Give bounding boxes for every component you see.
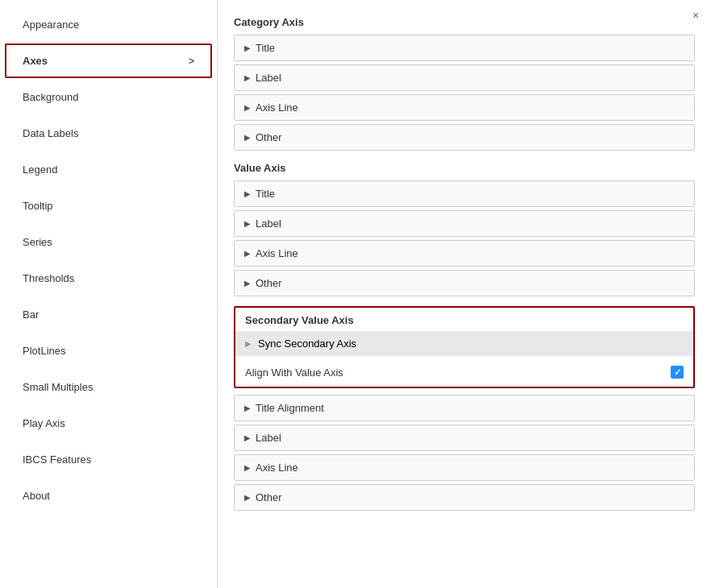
chevron-right-icon: ▶ <box>244 73 251 82</box>
sidebar-item-series[interactable]: Series <box>5 225 212 259</box>
sidebar-item-background[interactable]: Background <box>5 80 212 114</box>
chevron-right-icon: ▶ <box>244 433 251 442</box>
chevron-right-icon: ▶ <box>244 133 251 142</box>
secondary-axis-sub-items: ▶Title Alignment▶Label▶Axis Line▶Other <box>234 395 695 511</box>
collapsible-label: Title <box>256 188 275 200</box>
sidebar-item-label-plotlines: PlotLines <box>23 345 65 357</box>
dialog: × AppearanceAxes>BackgroundData LabelsLe… <box>0 0 711 588</box>
category-axis-title: Category Axis <box>234 16 695 28</box>
collapsible-header-other[interactable]: ▶Other <box>235 485 694 510</box>
collapsible-header-title[interactable]: ▶Title <box>235 35 694 60</box>
close-button[interactable]: × <box>688 8 703 23</box>
sidebar: AppearanceAxes>BackgroundData LabelsLege… <box>0 0 218 588</box>
collapsible-item-title[interactable]: ▶Title <box>234 35 695 61</box>
collapsible-header-title[interactable]: ▶Title <box>235 181 694 206</box>
collapsible-header-axis-line[interactable]: ▶Axis Line <box>235 455 694 480</box>
chevron-right-icon: ▶ <box>244 103 251 112</box>
collapsible-item-other[interactable]: ▶Other <box>234 270 695 296</box>
sidebar-item-label-axes: Axes <box>23 55 48 67</box>
collapsible-item-label[interactable]: ▶Label <box>234 64 695 91</box>
sidebar-item-data-labels[interactable]: Data Labels <box>5 116 212 151</box>
sidebar-item-tooltip[interactable]: Tooltip <box>5 188 212 223</box>
chevron-right-icon: ▶ <box>244 493 251 502</box>
sidebar-item-label-small-multiples: Small Multiples <box>23 381 93 393</box>
secondary-value-axis-section: Secondary Value Axis ▶ Sync Secondary Ax… <box>234 306 695 388</box>
collapsible-label: Other <box>256 491 282 503</box>
chevron-right-icon: ▶ <box>244 249 251 258</box>
collapsible-header-title-alignment[interactable]: ▶Title Alignment <box>235 395 694 420</box>
value-axis-title: Value Axis <box>234 162 695 174</box>
chevron-right-icon: ▶ <box>244 189 251 198</box>
sidebar-item-label-about: About <box>23 490 50 502</box>
sidebar-item-play-axis[interactable]: Play Axis <box>5 406 212 441</box>
collapsible-header-axis-line[interactable]: ▶Axis Line <box>235 241 694 266</box>
sync-chevron-icon: ▶ <box>245 339 252 348</box>
chevron-right-icon: ▶ <box>244 43 251 52</box>
collapsible-header-label[interactable]: ▶Label <box>235 425 694 450</box>
collapsible-header-other[interactable]: ▶Other <box>235 125 694 150</box>
collapsible-item-other[interactable]: ▶Other <box>234 124 695 151</box>
sync-secondary-axis-label: Sync Secondary Axis <box>258 337 356 350</box>
collapsible-item-other[interactable]: ▶Other <box>234 484 695 511</box>
align-with-value-axis-row: Align With Value Axis <box>235 358 693 387</box>
value-axis-items: ▶Title▶Label▶Axis Line▶Other <box>234 180 695 296</box>
chevron-right-icon: ▶ <box>244 219 251 228</box>
collapsible-header-axis-line[interactable]: ▶Axis Line <box>235 95 694 120</box>
collapsible-item-title[interactable]: ▶Title <box>234 180 695 207</box>
collapsible-item-label[interactable]: ▶Label <box>234 424 695 451</box>
chevron-right-icon: ▶ <box>244 279 251 288</box>
content-area: AppearanceAxes>BackgroundData LabelsLege… <box>0 0 711 588</box>
sidebar-item-label-thresholds: Thresholds <box>23 272 74 284</box>
collapsible-label: Label <box>256 432 281 444</box>
category-axis-items: ▶Title▶Label▶Axis Line▶Other <box>234 35 695 151</box>
sidebar-arrow-icon-axes: > <box>189 56 194 67</box>
sync-secondary-axis-row[interactable]: ▶ Sync Secondary Axis <box>235 331 693 356</box>
collapsible-label: Other <box>256 131 282 143</box>
collapsible-item-label[interactable]: ▶Label <box>234 210 695 237</box>
collapsible-label: Axis Line <box>256 247 298 259</box>
sidebar-item-label-data-labels: Data Labels <box>23 127 78 139</box>
sidebar-item-ibcs-features[interactable]: IBCS Features <box>5 442 212 477</box>
secondary-value-axis-title: Secondary Value Axis <box>235 308 693 331</box>
chevron-right-icon: ▶ <box>244 463 251 472</box>
collapsible-label: Title Alignment <box>256 402 324 414</box>
collapsible-item-axis-line[interactable]: ▶Axis Line <box>234 240 695 267</box>
collapsible-label: Label <box>256 217 281 230</box>
chevron-right-icon: ▶ <box>244 404 251 412</box>
collapsible-item-title-alignment[interactable]: ▶Title Alignment <box>234 395 695 421</box>
align-with-value-axis-label: Align With Value Axis <box>245 366 343 379</box>
sidebar-item-label-appearance: Appearance <box>23 19 79 31</box>
collapsible-item-axis-line[interactable]: ▶Axis Line <box>234 454 695 481</box>
sidebar-item-axes[interactable]: Axes> <box>5 43 212 78</box>
sidebar-item-label-ibcs-features: IBCS Features <box>23 453 91 466</box>
collapsible-header-label[interactable]: ▶Label <box>235 65 694 90</box>
collapsible-label: Axis Line <box>256 462 298 474</box>
sidebar-item-legend[interactable]: Legend <box>5 152 212 187</box>
collapsible-label: Title <box>256 42 275 54</box>
sidebar-item-label-bar: Bar <box>23 308 39 321</box>
main-panel: Category Axis ▶Title▶Label▶Axis Line▶Oth… <box>218 0 711 588</box>
align-with-value-axis-checkbox[interactable] <box>671 366 684 379</box>
sidebar-item-about[interactable]: About <box>5 478 212 513</box>
sidebar-item-label-series: Series <box>23 236 52 248</box>
sidebar-item-label-background: Background <box>23 91 78 103</box>
sidebar-item-thresholds[interactable]: Thresholds <box>5 261 212 296</box>
sidebar-item-label-legend: Legend <box>23 164 57 176</box>
sidebar-item-bar[interactable]: Bar <box>5 297 212 332</box>
sidebar-item-label-tooltip: Tooltip <box>23 200 53 212</box>
collapsible-item-axis-line[interactable]: ▶Axis Line <box>234 94 695 121</box>
sidebar-item-plotlines[interactable]: PlotLines <box>5 333 212 368</box>
collapsible-label: Axis Line <box>256 101 298 114</box>
sidebar-item-label-play-axis: Play Axis <box>23 417 65 429</box>
collapsible-header-other[interactable]: ▶Other <box>235 271 694 296</box>
sidebar-item-appearance[interactable]: Appearance <box>5 7 212 42</box>
collapsible-header-label[interactable]: ▶Label <box>235 211 694 236</box>
collapsible-label: Other <box>256 277 282 289</box>
sidebar-item-small-multiples[interactable]: Small Multiples <box>5 370 212 404</box>
collapsible-label: Label <box>256 72 281 84</box>
